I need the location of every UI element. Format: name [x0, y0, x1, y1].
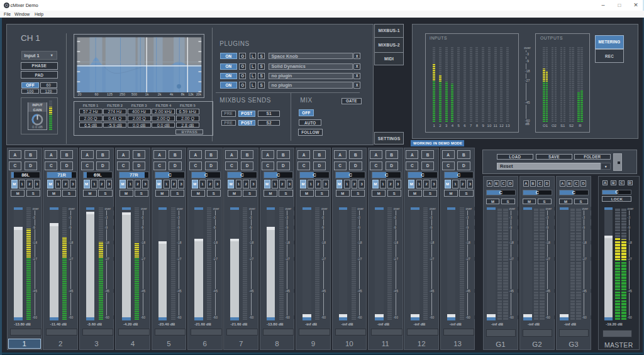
svg-text:1k: 1k [145, 92, 148, 96]
svg-text:500: 500 [131, 92, 137, 96]
svg-text:2k: 2k [157, 92, 161, 96]
svg-text:4k: 4k [169, 92, 173, 96]
svg-text:12k: 12k [188, 92, 194, 96]
svg-text:250: 250 [119, 92, 125, 96]
svg-text:60: 60 [94, 92, 98, 96]
svg-text:20k: 20k [196, 92, 201, 96]
svg-text:8k: 8k [180, 92, 184, 96]
svg-text:125: 125 [107, 92, 113, 96]
svg-text:20: 20 [77, 92, 81, 96]
